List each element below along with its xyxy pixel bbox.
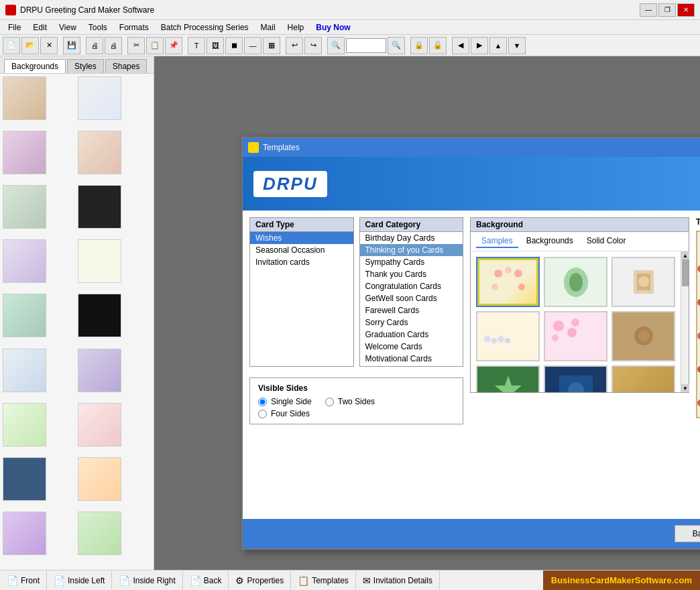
bg-item-3[interactable] (611, 257, 675, 307)
thumbnail-13[interactable] (3, 403, 46, 447)
new-button[interactable]: 📄 (3, 37, 20, 54)
scroll-thumb[interactable] (682, 259, 689, 286)
side-four-radio[interactable] (258, 410, 267, 418)
cut-button[interactable]: ✂ (127, 37, 145, 54)
thumbnail-4[interactable] (78, 131, 121, 174)
line-button[interactable]: — (244, 37, 261, 54)
thumbnail-7[interactable] (3, 239, 46, 283)
status-properties[interactable]: ⚙ Properties (229, 571, 291, 590)
category-retirement[interactable]: Retirement Cards (360, 365, 463, 366)
category-graduation[interactable]: Graduation Cards (360, 329, 463, 341)
tab-shapes[interactable]: Shapes (105, 59, 148, 73)
thumbnail-17[interactable] (3, 512, 46, 555)
menu-batch[interactable]: Batch Processing Series (156, 21, 254, 34)
down-button[interactable]: ▼ (508, 37, 526, 54)
card-type-seasonal[interactable]: Seasonal Occasion (250, 244, 353, 256)
image-button[interactable]: 🖼 (207, 37, 224, 54)
save-button[interactable]: 💾 (63, 37, 80, 54)
bg-tab-samples[interactable]: Samples (476, 235, 518, 248)
undo-button[interactable]: ↩ (286, 37, 303, 54)
text-button[interactable]: T (188, 37, 205, 54)
card-type-invitation[interactable]: Invitation cards (250, 256, 353, 268)
thumbnail-3[interactable] (3, 131, 46, 174)
thumbnail-11[interactable] (3, 349, 46, 392)
menu-buy-now[interactable]: Buy Now (310, 21, 355, 34)
print2-button[interactable]: 🖨 (105, 37, 122, 54)
bg-scrollbar[interactable]: ▲ ▼ (681, 251, 689, 392)
thumbnail-15[interactable] (3, 457, 46, 501)
category-congratulation[interactable]: Congratulation Cards (360, 280, 463, 292)
category-sorry[interactable]: Sorry Cards (360, 316, 463, 329)
status-front[interactable]: 📄 Front (0, 571, 47, 590)
side-four[interactable]: Four Sides (258, 409, 455, 418)
side-single-radio[interactable] (258, 398, 267, 406)
menu-tools[interactable]: Tools (83, 21, 113, 34)
menu-formats[interactable]: Formats (114, 21, 154, 34)
thumbnail-8[interactable] (78, 239, 121, 283)
thumbnail-16[interactable] (78, 457, 121, 501)
thumbnail-5[interactable] (3, 185, 46, 229)
print-button[interactable]: 🖨 (86, 37, 103, 54)
left-button[interactable]: ◀ (452, 37, 469, 54)
up-button[interactable]: ▲ (489, 37, 507, 54)
side-single[interactable]: Single Side (258, 397, 312, 406)
bg-item-7[interactable] (476, 365, 540, 392)
side-two[interactable]: Two Sides (325, 397, 375, 406)
maximize-button[interactable]: ❐ (658, 3, 676, 17)
redo-button[interactable]: ↪ (304, 37, 322, 54)
copy-button[interactable]: 📋 (146, 37, 164, 54)
bg-item-9[interactable] (611, 365, 675, 392)
thumbnail-14[interactable] (78, 403, 121, 447)
lock-button[interactable]: 🔒 (410, 37, 428, 54)
bg-item-2[interactable] (544, 257, 607, 307)
bg-item-6[interactable] (611, 311, 675, 361)
bg-tab-backgrounds[interactable]: Backgrounds (521, 235, 579, 248)
menu-help[interactable]: Help (282, 21, 310, 34)
bg-item-4[interactable] (476, 311, 540, 361)
back-button[interactable]: Back (675, 525, 700, 542)
zoom-out-button[interactable]: 🔍 (388, 37, 405, 54)
status-invitation[interactable]: ✉ Invitation Details (356, 571, 440, 590)
right-button[interactable]: ▶ (471, 37, 488, 54)
zoom-input[interactable]: 100% (346, 38, 386, 53)
minimize-button[interactable]: — (640, 3, 657, 17)
status-inside-left[interactable]: 📄 Inside Left (47, 571, 112, 590)
category-thinking[interactable]: Thinking of you Cards (360, 244, 463, 256)
thumbnail-1[interactable] (3, 76, 46, 120)
bg-item-8[interactable] (544, 365, 607, 392)
bg-item-1[interactable] (476, 257, 540, 307)
zoom-in-button[interactable]: 🔍 (327, 37, 345, 54)
bg-item-5[interactable] (544, 311, 607, 361)
category-birthday[interactable]: Birthday Day Cards (360, 232, 463, 244)
tab-styles[interactable]: Styles (67, 59, 104, 73)
canvas-area[interactable]: Templates ✕ DRPU Greeting Cards MAKER SO… (154, 56, 700, 570)
category-welcome[interactable]: Welcome Cards (360, 341, 463, 353)
barcode-button[interactable]: ▦ (263, 37, 280, 54)
status-inside-right[interactable]: 📄 Inside Right (112, 571, 182, 590)
card-type-wishes[interactable]: Wishes (250, 232, 353, 244)
close-doc-button[interactable]: ✕ (40, 37, 58, 54)
menu-view[interactable]: View (54, 21, 82, 34)
status-templates[interactable]: 📋 Templates (291, 571, 356, 590)
thumbnail-6[interactable] (78, 185, 121, 229)
menu-mail[interactable]: Mail (255, 21, 281, 34)
scroll-up-button[interactable]: ▲ (681, 251, 689, 259)
thumbnail-18[interactable] (78, 512, 121, 555)
thumbnail-2[interactable] (78, 76, 121, 120)
category-motivational[interactable]: Motivational Cards (360, 353, 463, 365)
menu-file[interactable]: File (3, 21, 26, 34)
thumbnail-12[interactable] (78, 349, 121, 392)
scroll-down-button[interactable]: ▼ (681, 384, 689, 392)
side-two-radio[interactable] (325, 398, 334, 406)
category-farewell[interactable]: Farewell Cards (360, 304, 463, 316)
shape-button[interactable]: ◼ (225, 37, 243, 54)
close-button[interactable]: ✕ (677, 3, 695, 17)
category-sympathy[interactable]: Sympathy Cards (360, 256, 463, 268)
status-back[interactable]: 📄 Back (183, 571, 229, 590)
tab-backgrounds[interactable]: Backgrounds (4, 59, 66, 73)
paste-button[interactable]: 📌 (165, 37, 182, 54)
bg-tab-solid[interactable]: Solid Color (581, 235, 632, 248)
menu-edit[interactable]: Edit (27, 21, 52, 34)
thumbnail-10[interactable] (78, 294, 121, 337)
thumbnail-9[interactable] (3, 294, 46, 337)
